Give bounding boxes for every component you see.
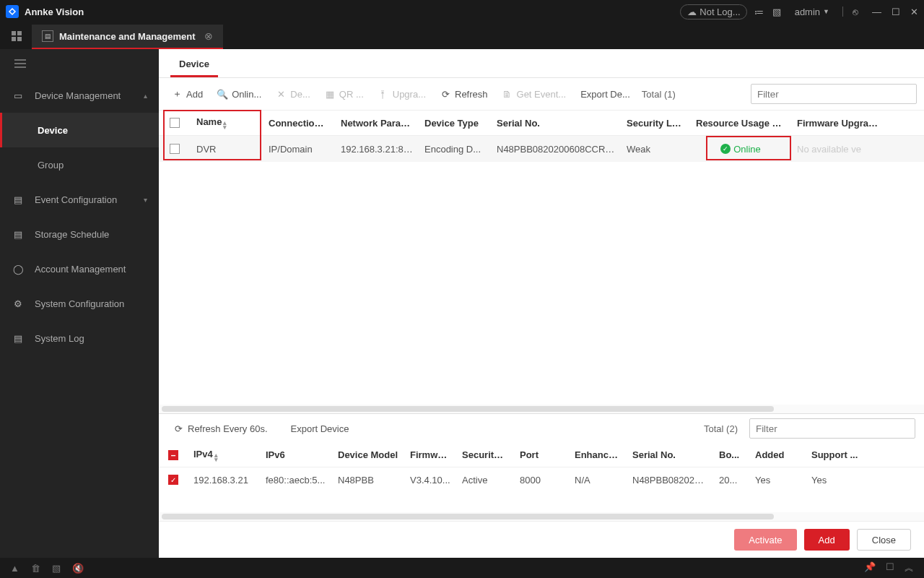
cloud-icon: ☁ [687,7,697,17]
sort-icon[interactable]: ▴▾ [214,453,218,462]
sidebar-toggle[interactable] [0,49,159,78]
refresh-icon: ⟳ [440,89,450,99]
image2-icon[interactable]: ▧ [52,563,61,574]
close-panel-button[interactable]: Close [857,529,911,551]
doc-icon: 🗎 [502,89,513,99]
refresh-every-button[interactable]: ⟳Refresh Every 60s. [167,420,274,437]
device-mgmt-icon: ▭ [12,90,25,101]
svg-rect-3 [17,37,22,41]
collapse-icon[interactable]: ︽ [905,561,914,574]
lock-icon[interactable]: ⎋ [850,7,860,17]
search-icon: 🔍 [217,89,227,99]
tab-module-icon: ▤ [42,30,53,42]
select-all-checkbox[interactable] [170,118,180,128]
gear-icon: ⚙ [12,298,25,309]
storage-icon: ▤ [12,229,25,240]
svg-rect-2 [12,37,16,41]
chevron-up-icon: ▴ [144,92,147,100]
activate-button[interactable]: Activate [734,529,796,551]
app-title: Annke Vision [25,7,84,17]
close-button[interactable]: ✕ [910,7,918,17]
select-all-minus[interactable]: – [168,450,178,460]
mute-icon[interactable]: 🔇 [72,563,84,574]
sidebar-group[interactable]: Group [0,147,159,182]
event-icon: ▤ [12,194,25,205]
online-button[interactable]: 🔍Onlin... [212,86,267,103]
upgrade-button[interactable]: ⭱Upgra... [372,86,432,103]
sidebar-syslog[interactable]: ▤ System Log [0,321,159,355]
pin-icon[interactable]: 📌 [864,561,876,574]
check-icon: ✓ [720,144,731,154]
events-button[interactable]: 🗎Get Event... [497,86,572,103]
table-header: Name▴▾ Connection T... Network Param... … [159,110,924,136]
filter-input[interactable] [751,84,917,104]
x-icon: ✕ [276,89,286,99]
list-icon[interactable]: ≔ [754,7,764,17]
qr-icon: ▦ [325,89,335,99]
sidebar-device-management[interactable]: ▭ Device Management ▴ [0,78,159,113]
apps-grid-icon[interactable] [6,23,27,49]
window-icon[interactable]: ☐ [886,561,894,574]
export-button[interactable]: Export De... [575,86,636,103]
sidebar-storage[interactable]: ▤ Storage Schedule [0,217,159,251]
log-icon: ▤ [12,333,25,344]
status-online: ✓Online [696,144,785,155]
sidebar-device[interactable]: Device [0,113,159,147]
row-checkbox-checked[interactable]: ✓ [168,475,178,485]
account-icon: ◯ [12,264,25,275]
h-scrollbar[interactable] [159,405,924,413]
maximize-button[interactable]: ☐ [892,7,900,17]
sidebar-event-config[interactable]: ▤ Event Configuration ▾ [0,182,159,217]
panel2-row[interactable]: ✓ 192.168.3.21 fe80::aecb:5... N48PBB V3… [159,467,924,492]
alert-icon[interactable]: ▲ [10,563,19,574]
refresh-button[interactable]: ⟳Refresh [435,86,494,103]
cloud-login-button[interactable]: ☁ Not Log... [680,4,746,20]
page-tab-device[interactable]: Device [170,59,218,77]
svg-rect-0 [12,31,16,35]
trash-icon[interactable]: 🗑 [31,563,40,574]
total-count: Total (1) [642,89,676,100]
sidebar-account[interactable]: ◯ Account Management [0,251,159,286]
add-button[interactable]: ＋Add [166,86,209,103]
tab-close-icon[interactable]: ⊗ [204,30,213,42]
user-menu[interactable]: admin ▼ [789,5,835,19]
upload-icon: ⭱ [378,89,388,99]
chevron-down-icon: ▼ [823,8,829,15]
h-scrollbar-2[interactable] [159,512,924,521]
minimize-button[interactable]: ― [872,7,881,17]
row-checkbox[interactable] [170,144,180,154]
add-device-button[interactable]: Add [804,529,850,551]
export-device-button[interactable]: Export Device [285,420,355,437]
delete-button[interactable]: ✕De... [270,86,315,103]
refresh-icon: ⟳ [173,423,183,434]
sort-icon[interactable]: ▴▾ [223,121,227,129]
svg-rect-1 [17,31,22,35]
image-icon[interactable]: ▧ [772,7,782,17]
chevron-down-icon: ▾ [144,196,147,204]
sidebar-sysconfig[interactable]: ⚙ System Configuration [0,286,159,321]
table-row[interactable]: DVR IP/Domain 192.168.3.21:80... Encodin… [159,136,924,162]
panel2-header: – IPv4▴▾ IPv6 Device Model Firmwar... Se… [159,443,924,467]
tab-maintenance[interactable]: ▤ Maintenance and Management ⊗ [32,25,223,49]
app-logo [6,5,19,18]
plus-icon: ＋ [172,89,182,99]
qr-button[interactable]: ▦QR ... [319,86,370,103]
panel2-filter-input[interactable] [749,418,915,439]
panel2-total: Total (2) [704,423,738,434]
